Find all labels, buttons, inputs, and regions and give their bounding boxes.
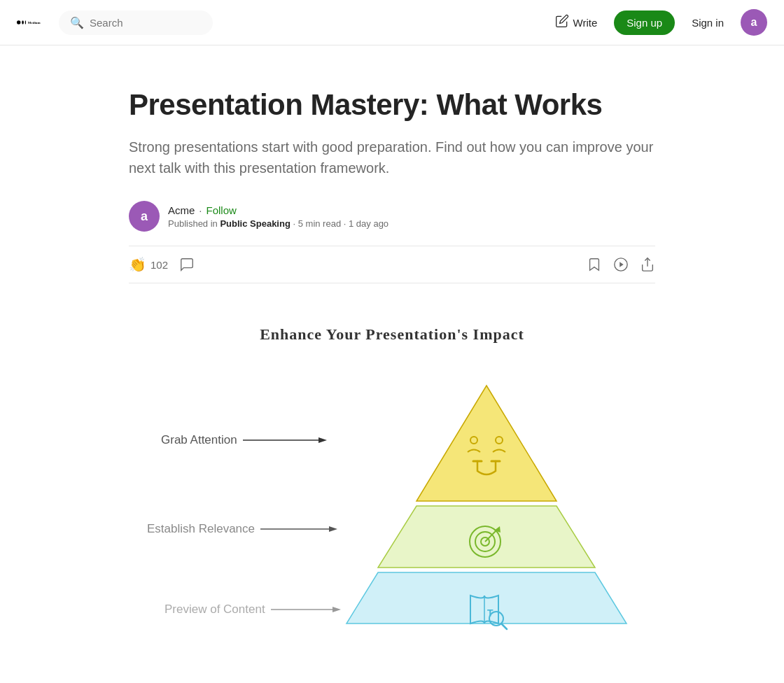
clap-count: 102 [150, 259, 168, 271]
svg-text:T: T [487, 607, 493, 619]
header-right: Write Sign up Sign in a [555, 9, 767, 36]
signin-button[interactable]: Sign in [692, 17, 724, 29]
bookmark-button[interactable] [587, 257, 602, 272]
clap-button[interactable]: 👏 102 [129, 256, 168, 273]
preview-content-label: Preview of Content [164, 603, 341, 617]
author-row: a Acme · Follow Published in Public Spea… [129, 201, 655, 232]
establish-relevance-arrow [260, 523, 337, 535]
play-button[interactable] [613, 257, 629, 272]
write-icon [555, 14, 569, 31]
signup-button[interactable]: Sign up [614, 10, 675, 35]
follow-button[interactable]: Follow [206, 204, 237, 216]
publication-link[interactable]: Public Speaking [220, 218, 290, 229]
author-avatar[interactable]: a [129, 201, 160, 232]
grab-attention-label: Grab Attention [161, 433, 327, 447]
action-bar-left: 👏 102 [129, 256, 195, 273]
svg-point-0 [17, 20, 20, 24]
svg-marker-6 [620, 262, 624, 267]
grab-attention-arrow [243, 435, 327, 446]
main-content: Presentation Mastery: What Works Strong … [112, 45, 672, 683]
clap-icon: 👏 [129, 256, 146, 273]
logo-area[interactable]: Medium [17, 13, 48, 32]
medium-logo: Medium [17, 13, 48, 32]
search-bar[interactable]: 🔍 [59, 10, 213, 35]
user-avatar[interactable]: a [741, 9, 767, 36]
svg-marker-15 [378, 506, 595, 568]
action-bar: 👏 102 [129, 246, 655, 283]
svg-line-28 [501, 624, 507, 629]
write-label: Write [573, 17, 598, 29]
preview-content-arrow [271, 604, 341, 615]
time-ago: 1 day ago [349, 218, 388, 229]
svg-point-1 [22, 20, 24, 24]
read-time: 5 min read [298, 218, 341, 229]
diagram-container: Enhance Your Presentation's Impact Grab … [129, 311, 655, 683]
share-button[interactable] [640, 257, 655, 272]
action-bar-right [587, 257, 655, 272]
header: Medium 🔍 Write Sign up Sign in a [0, 0, 784, 45]
share-icon [640, 257, 655, 272]
diagram-title: Enhance Your Presentation's Impact [260, 325, 524, 344]
pyramid-svg: T [336, 372, 637, 652]
svg-point-2 [25, 20, 26, 24]
write-button[interactable]: Write [555, 14, 598, 31]
comment-button[interactable] [179, 257, 195, 272]
grab-attention-text: Grab Attention [161, 433, 237, 447]
author-info: Acme · Follow Published in Public Speaki… [168, 204, 388, 229]
svg-marker-14 [416, 386, 556, 501]
svg-text:Medium: Medium [28, 21, 41, 24]
search-input[interactable] [90, 17, 202, 29]
dot-separator: · [199, 204, 202, 216]
comment-icon [179, 257, 195, 272]
svg-marker-9 [318, 437, 327, 443]
pyramid-diagram: Grab Attention Establish Relevance Previ… [147, 372, 637, 666]
establish-relevance-text: Establish Relevance [147, 522, 255, 536]
play-icon [613, 257, 629, 272]
article-subtitle: Strong presentations start with good pre… [129, 136, 655, 178]
author-name-row: Acme · Follow [168, 204, 388, 216]
author-name[interactable]: Acme [168, 204, 195, 216]
search-icon: 🔍 [70, 16, 84, 29]
article-title: Presentation Mastery: What Works [129, 87, 655, 122]
author-meta: Published in Public Speaking · 5 min rea… [168, 218, 388, 229]
bookmark-icon [587, 257, 602, 272]
establish-relevance-label: Establish Relevance [147, 522, 337, 536]
preview-content-text: Preview of Content [164, 603, 265, 617]
